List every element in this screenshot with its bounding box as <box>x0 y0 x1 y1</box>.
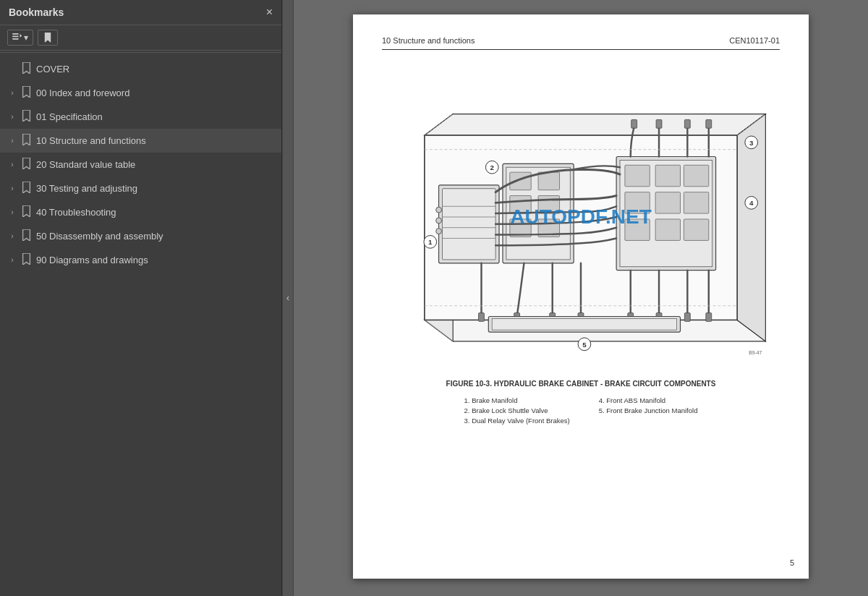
sidebar-header: Bookmarks × <box>0 0 281 25</box>
svg-marker-6 <box>425 114 765 135</box>
svg-rect-42 <box>655 219 680 240</box>
sidebar-title: Bookmarks <box>9 7 64 18</box>
expand-all-button[interactable]: ▾ <box>7 30 33 46</box>
legend-item-5: 5. Front Brake Junction Manifold <box>599 406 698 414</box>
bookmark-button[interactable] <box>38 30 58 46</box>
svg-rect-58 <box>684 119 690 128</box>
bookmark-label-cover: COVER <box>36 64 69 74</box>
bookmark-icon-40 <box>22 205 32 219</box>
legend-item-1: 1. Brake Manifold <box>464 396 570 404</box>
chevron-20: › <box>7 161 17 169</box>
main-content: ‹ 10 Structure and functions CEN10117-01… <box>282 0 868 596</box>
chevron-90: › <box>7 256 17 264</box>
figure-caption: FIGURE 10-3. HYDRAULIC BRAKE CABINET - B… <box>446 380 716 388</box>
svg-point-18 <box>436 207 442 213</box>
bookmark-label-50: 50 Disassembly and assembly <box>36 231 163 242</box>
svg-rect-39 <box>655 192 680 213</box>
bookmark-item-20[interactable]: › 20 Standard value table <box>0 153 281 176</box>
bookmark-label-00: 00 Index and foreword <box>36 88 129 98</box>
close-button[interactable]: × <box>266 6 273 19</box>
svg-rect-37 <box>684 165 708 186</box>
svg-text:3: 3 <box>749 139 754 147</box>
bookmark-item-00[interactable]: › 00 Index and foreword <box>0 81 281 105</box>
svg-rect-36 <box>655 165 680 186</box>
svg-rect-2 <box>12 38 19 40</box>
svg-point-19 <box>436 218 442 224</box>
chevron-50: › <box>7 232 17 240</box>
legend-col-2: 4. Front ABS Manifold 5. Front Brake Jun… <box>599 396 698 425</box>
bookmark-icon-30 <box>22 182 32 195</box>
figure-legend: 1. Brake Manifold 2. Brake Lock Shuttle … <box>464 396 698 425</box>
hydraulic-diagram: 1 2 <box>382 61 780 372</box>
bookmark-icon-01 <box>22 110 32 124</box>
svg-marker-3 <box>20 34 22 38</box>
pdf-area: 10 Structure and functions CEN10117-01 A… <box>294 0 868 596</box>
sidebar-toolbar: ▾ <box>0 25 281 51</box>
legend-col-1: 1. Brake Manifold 2. Brake Lock Shuttle … <box>464 396 570 425</box>
bookmark-item-cover[interactable]: COVER <box>0 57 281 81</box>
svg-rect-59 <box>706 119 712 128</box>
bookmark-label-10: 10 Structure and functions <box>36 135 146 146</box>
bookmark-item-30[interactable]: › 30 Testing and adjusting <box>0 176 281 200</box>
bookmark-item-10[interactable]: › 10 Structure and functions <box>0 129 281 153</box>
chevron-10: › <box>7 137 17 145</box>
svg-rect-27 <box>510 196 531 214</box>
bookmark-icon-50 <box>22 229 32 243</box>
bookmark-item-50[interactable]: › 50 Disassembly and assembly <box>0 224 281 248</box>
svg-text:5: 5 <box>582 341 587 349</box>
expand-arrow: ▾ <box>24 33 28 43</box>
bookmark-label-40: 40 Troubleshooting <box>36 207 116 218</box>
bookmark-label-20: 20 Standard value table <box>36 159 135 170</box>
bookmark-label-30: 30 Testing and adjusting <box>36 183 137 194</box>
svg-rect-26 <box>538 172 559 190</box>
toggle-arrow-icon: ‹ <box>286 293 289 303</box>
svg-rect-56 <box>631 119 637 128</box>
bookmark-icon-cover <box>22 62 32 76</box>
bookmark-item-01[interactable]: › 01 Specification <box>0 105 281 129</box>
svg-rect-41 <box>625 219 650 240</box>
bookmark-icon-10 <box>22 134 32 148</box>
bookmark-icon-20 <box>22 158 32 171</box>
legend-item-4: 4. Front ABS Manifold <box>599 396 698 404</box>
bookmark-icon-00 <box>22 86 32 100</box>
bookmark-label-90: 90 Diagrams and drawings <box>36 255 148 265</box>
diagram-svg-wrapper: 1 2 <box>382 61 780 372</box>
chevron-40: › <box>7 208 17 216</box>
svg-rect-28 <box>538 196 559 214</box>
bookmark-item-40[interactable]: › 40 Troubleshooting <box>0 200 281 224</box>
pdf-header: 10 Structure and functions CEN10117-01 <box>382 36 780 50</box>
pdf-page: 10 Structure and functions CEN10117-01 A… <box>353 14 809 579</box>
bookmark-icon-90 <box>22 253 32 267</box>
svg-text:4: 4 <box>749 199 754 207</box>
legend-item-3: 3. Dual Relay Valve (Front Brakes) <box>464 417 570 425</box>
list-icon <box>12 33 22 43</box>
svg-rect-0 <box>12 33 19 35</box>
pdf-diagram-container: AUTOPDF.NET <box>382 61 780 425</box>
svg-text:1: 1 <box>428 238 433 246</box>
bookmarks-sidebar: Bookmarks × ▾ COVER <box>0 0 282 596</box>
diagram-wrapper: AUTOPDF.NET <box>382 61 780 372</box>
sidebar-divider <box>0 52 281 53</box>
page-number: 5 <box>790 558 794 567</box>
svg-rect-57 <box>656 119 662 128</box>
svg-rect-43 <box>684 219 708 240</box>
bookmark-label-01: 01 Specification <box>36 111 103 122</box>
svg-rect-55 <box>706 313 712 322</box>
svg-text:2: 2 <box>490 163 494 171</box>
chevron-00: › <box>7 89 17 97</box>
svg-rect-54 <box>684 313 690 322</box>
bookmark-icon <box>43 33 53 43</box>
bookmark-list: COVER › 00 Index and foreword › 01 Speci… <box>0 54 281 596</box>
svg-rect-13 <box>442 189 495 260</box>
bookmark-item-90[interactable]: › 90 Diagrams and drawings <box>0 248 281 272</box>
svg-rect-40 <box>684 192 708 213</box>
sidebar-toggle-button[interactable]: ‹ <box>282 0 294 596</box>
legend-item-2: 2. Brake Lock Shuttle Valve <box>464 406 570 414</box>
svg-rect-38 <box>625 192 650 213</box>
chevron-30: › <box>7 184 17 192</box>
svg-rect-48 <box>479 313 485 322</box>
svg-point-20 <box>436 229 442 234</box>
pdf-header-section: 10 Structure and functions <box>382 36 475 45</box>
svg-rect-35 <box>625 165 650 186</box>
svg-rect-1 <box>12 35 19 37</box>
